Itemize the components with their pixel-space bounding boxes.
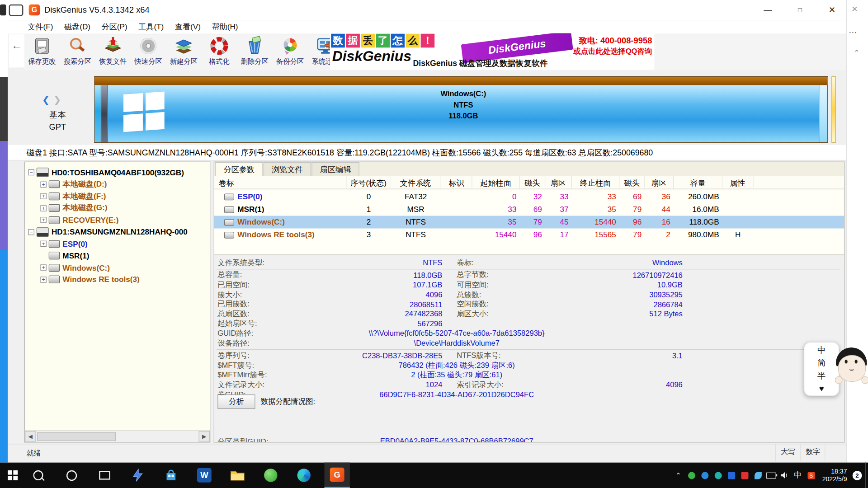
background-close-icon[interactable]: ✕	[851, 5, 858, 14]
col-header[interactable]: 属性	[722, 176, 754, 188]
tree-item[interactable]: + RECOVERY(E:)	[25, 214, 210, 226]
col-header[interactable]: 扇区	[645, 176, 674, 188]
cortana-button[interactable]	[59, 463, 84, 488]
tree-item[interactable]: + 本地磁盘(F:)	[25, 190, 210, 202]
menu-item[interactable]: 磁盘(D)	[59, 20, 96, 33]
ime-status-item[interactable]: 半	[817, 369, 826, 381]
tray-chevron-icon[interactable]: ⌃	[672, 463, 685, 488]
tree-item[interactable]: + Windows RE tools(3)	[25, 274, 210, 286]
chevron-up-icon[interactable]: ⌃	[854, 49, 859, 57]
col-header[interactable]: 扇区	[545, 176, 572, 188]
battery-icon[interactable]	[764, 463, 778, 488]
task-view-button[interactable]	[92, 463, 117, 488]
col-header[interactable]: 磁头	[619, 176, 645, 188]
green-browser-button[interactable]	[258, 463, 283, 488]
partition-block-windows-c[interactable]: Windows(C:) NTFS 118.0GB	[108, 85, 819, 142]
next-disk-icon[interactable]: ❯	[53, 94, 61, 105]
col-header[interactable]: 序号(状态)	[347, 176, 391, 188]
tree-expander-icon[interactable]: +	[40, 205, 46, 211]
toolbar-button-new-partition[interactable]: 新建分区	[166, 34, 201, 70]
menu-item[interactable]: 查看(V)	[170, 20, 207, 33]
tree-item[interactable]: + 本地磁盘(G:)	[25, 202, 210, 214]
disk-nav-arrows[interactable]: ❮❯	[42, 94, 61, 106]
tree-expander-icon[interactable]: +	[40, 265, 46, 271]
menu-item[interactable]: 分区(P)	[96, 20, 133, 33]
close-button[interactable]: ✕	[823, 2, 842, 18]
partition-block-esp[interactable]	[94, 85, 101, 142]
scroll-left-icon[interactable]: ◀	[25, 431, 36, 442]
toolbar-button-recover-files[interactable]: 恢复文件	[95, 34, 131, 70]
partition-table-row[interactable]: ESP(0) 0 FAT32 0 32 33 33 69 36 260.0MB	[214, 190, 844, 203]
file-explorer-button[interactable]	[225, 463, 250, 488]
tray-snowflake-icon[interactable]	[751, 463, 764, 488]
scroll-right-icon[interactable]: ▶	[199, 431, 210, 442]
tree-item[interactable]: − HD1:SAMSUNGMZNLN128HAHQ-000	[25, 226, 210, 238]
toolbar-button-delete-partition[interactable]: 删除分区	[237, 34, 272, 70]
scrollbar-thumb[interactable]	[37, 432, 116, 441]
toolbar-button-search-partition[interactable]: 搜索分区	[60, 34, 95, 70]
edge-button[interactable]	[291, 463, 316, 488]
menu-item[interactable]: 帮助(H)	[206, 20, 244, 33]
tree-item[interactable]: + 本地磁盘(D:)	[25, 178, 210, 190]
toolbar-button-format[interactable]: 格式化	[202, 34, 237, 70]
tree-item[interactable]: + ESP(0)	[25, 238, 210, 250]
ime-status-item[interactable]: 中	[817, 344, 826, 356]
tree-item[interactable]: + Windows(C:)	[25, 262, 210, 273]
start-button[interactable]	[0, 463, 25, 488]
pinned-app-1[interactable]	[125, 463, 151, 488]
promo-banner[interactable]: 数据丢了怎么！ DiskGenius DiskGenius 致电: 400-00…	[330, 33, 655, 70]
analyze-button[interactable]: 分析	[217, 394, 255, 409]
tree-expander-icon[interactable]: +	[40, 193, 46, 199]
menu-item[interactable]: 工具(T)	[133, 20, 170, 33]
col-header[interactable]: 起始柱面	[472, 176, 519, 188]
ime-indicator[interactable]: 中	[791, 463, 804, 488]
toolbar-button-save-changes[interactable]: 保存更改	[24, 34, 60, 70]
diskgenius-taskbar-button[interactable]: G	[325, 463, 350, 488]
banner-qq-link[interactable]: 或点击此处选择QQ咨询	[573, 47, 652, 56]
menu-item[interactable]: 文件(F)	[22, 20, 59, 33]
minimize-button[interactable]: —	[759, 2, 778, 18]
tray-green-icon[interactable]	[685, 463, 698, 488]
scrollbar-track[interactable]	[36, 431, 199, 442]
partition-table-row[interactable]: MSR(1) 1 MSR 33 69 37 35 79 44 16.0MB	[214, 203, 844, 216]
word-button[interactable]: W	[192, 463, 217, 488]
ime-status-item[interactable]: 简	[817, 357, 826, 369]
prev-disk-icon[interactable]: ❮	[42, 94, 50, 105]
tray-red-icon[interactable]	[738, 463, 751, 488]
tab-sector-edit[interactable]: 扇区编辑	[311, 162, 359, 176]
toolbar-button-backup-partition[interactable]: 备份分区	[272, 34, 307, 70]
maximize-button[interactable]: □	[791, 2, 810, 18]
col-header[interactable]: 终止柱面	[572, 176, 619, 188]
notification-badge[interactable]: 2	[853, 470, 862, 480]
partition-table-row[interactable]: Windows(C:) 2 NTFS 35 79 45 15440 96 16 …	[214, 216, 844, 229]
tree-item[interactable]: MSR(1)	[25, 250, 210, 262]
col-header[interactable]: 文件系统	[390, 176, 441, 188]
ime-status-item[interactable]: ♥	[819, 382, 824, 394]
tree-horizontal-scrollbar[interactable]: ◀ ▶	[25, 431, 210, 442]
tray-teal-icon[interactable]	[712, 463, 725, 488]
col-header[interactable]: 卷标	[214, 176, 347, 188]
tab-partition-parameters[interactable]: 分区参数	[215, 162, 263, 176]
search-button[interactable]	[25, 463, 51, 488]
tree-expander-icon[interactable]: +	[40, 181, 46, 187]
volume-icon[interactable]	[778, 463, 791, 488]
tree-expander-icon[interactable]: +	[40, 241, 46, 247]
tray-blue-circle-icon[interactable]	[698, 463, 711, 488]
tree-expander-icon[interactable]: +	[40, 217, 46, 223]
tray-blue-square-icon[interactable]	[725, 463, 738, 488]
col-header[interactable]: 标识	[441, 176, 472, 188]
show-desktop-button[interactable]	[865, 463, 868, 488]
col-header[interactable]: 容量	[674, 176, 722, 188]
partition-table-row[interactable]: Windows RE tools(3) 3 NTFS 15440 96 17 1…	[214, 229, 844, 241]
partition-block-msr[interactable]	[101, 85, 108, 142]
store-button[interactable]	[158, 463, 184, 488]
col-header[interactable]: 磁头	[520, 176, 545, 188]
tree-expander-icon[interactable]: +	[40, 277, 46, 282]
taskbar-clock[interactable]: 18:37 2022/5/9	[822, 468, 847, 483]
tab-browse-files[interactable]: 浏览文件	[264, 162, 311, 176]
tree-expander-icon[interactable]: −	[28, 229, 34, 235]
sogou-icon[interactable]: S	[804, 463, 817, 488]
tree-expander-icon[interactable]: −	[28, 169, 34, 175]
partition-block-re-tools[interactable]	[819, 85, 827, 142]
tree-item[interactable]: − HD0:TOSHIBAMQ04ABF100(932GB)	[25, 167, 210, 178]
